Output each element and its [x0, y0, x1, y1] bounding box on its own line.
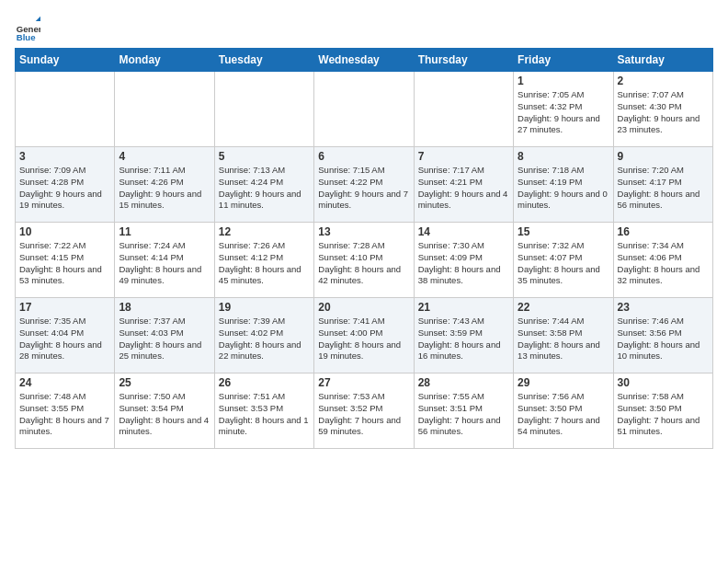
day-info: Sunrise: 7:55 AM Sunset: 3:51 PM Dayligh… — [418, 391, 509, 438]
day-info: Sunrise: 7:56 AM Sunset: 3:50 PM Dayligh… — [518, 391, 609, 438]
day-info: Sunrise: 7:07 AM Sunset: 4:30 PM Dayligh… — [618, 89, 709, 136]
day-number: 20 — [318, 301, 409, 314]
calendar-cell: 26Sunrise: 7:51 AM Sunset: 3:53 PM Dayli… — [214, 373, 313, 449]
day-number: 1 — [518, 75, 609, 87]
day-info: Sunrise: 7:48 AM Sunset: 3:55 PM Dayligh… — [19, 391, 110, 438]
logo: General Blue — [15, 15, 44, 40]
day-info: Sunrise: 7:30 AM Sunset: 4:09 PM Dayligh… — [418, 240, 509, 287]
calendar-cell — [414, 72, 513, 147]
day-number: 21 — [418, 301, 509, 314]
weekday-header: Friday — [514, 49, 613, 72]
day-info: Sunrise: 7:44 AM Sunset: 3:58 PM Dayligh… — [518, 316, 609, 362]
calendar-cell: 12Sunrise: 7:26 AM Sunset: 4:12 PM Dayli… — [214, 223, 313, 298]
calendar-cell — [16, 72, 115, 147]
calendar-cell: 19Sunrise: 7:39 AM Sunset: 4:02 PM Dayli… — [214, 298, 313, 373]
day-number: 15 — [518, 225, 609, 238]
day-info: Sunrise: 7:22 AM Sunset: 4:15 PM Dayligh… — [19, 240, 110, 287]
calendar-cell: 21Sunrise: 7:43 AM Sunset: 3:59 PM Dayli… — [414, 298, 513, 373]
day-info: Sunrise: 7:26 AM Sunset: 4:12 PM Dayligh… — [219, 240, 310, 287]
day-number: 16 — [618, 225, 709, 238]
calendar-cell — [214, 72, 313, 147]
calendar-cell: 8Sunrise: 7:18 AM Sunset: 4:19 PM Daylig… — [514, 147, 613, 223]
day-info: Sunrise: 7:51 AM Sunset: 3:53 PM Dayligh… — [219, 391, 310, 438]
svg-text:Blue: Blue — [17, 32, 36, 40]
calendar-cell: 4Sunrise: 7:11 AM Sunset: 4:26 PM Daylig… — [115, 147, 214, 223]
calendar-cell: 18Sunrise: 7:37 AM Sunset: 4:03 PM Dayli… — [115, 298, 214, 373]
day-number: 28 — [418, 376, 509, 389]
day-number: 18 — [119, 301, 210, 314]
weekday-header: Sunday — [16, 49, 115, 72]
calendar-cell — [115, 72, 214, 147]
day-info: Sunrise: 7:34 AM Sunset: 4:06 PM Dayligh… — [618, 240, 709, 287]
day-number: 23 — [618, 301, 709, 314]
calendar-cell: 3Sunrise: 7:09 AM Sunset: 4:28 PM Daylig… — [16, 147, 115, 223]
day-info: Sunrise: 7:41 AM Sunset: 4:00 PM Dayligh… — [318, 316, 409, 362]
day-number: 5 — [219, 150, 310, 163]
calendar-cell: 17Sunrise: 7:35 AM Sunset: 4:04 PM Dayli… — [16, 298, 115, 373]
day-number: 30 — [618, 376, 709, 389]
day-number: 19 — [219, 301, 310, 314]
calendar-cell: 7Sunrise: 7:17 AM Sunset: 4:21 PM Daylig… — [414, 147, 513, 223]
day-info: Sunrise: 7:58 AM Sunset: 3:50 PM Dayligh… — [618, 391, 709, 438]
weekday-header: Thursday — [414, 49, 513, 72]
day-number: 10 — [19, 225, 110, 238]
day-number: 11 — [119, 225, 210, 238]
calendar-cell: 1Sunrise: 7:05 AM Sunset: 4:32 PM Daylig… — [514, 72, 613, 147]
calendar-cell: 23Sunrise: 7:46 AM Sunset: 3:56 PM Dayli… — [613, 298, 712, 373]
day-info: Sunrise: 7:24 AM Sunset: 4:14 PM Dayligh… — [119, 240, 210, 287]
calendar-cell: 25Sunrise: 7:50 AM Sunset: 3:54 PM Dayli… — [115, 373, 214, 449]
day-number: 27 — [318, 376, 409, 389]
weekday-header: Tuesday — [214, 49, 313, 72]
day-number: 3 — [19, 150, 110, 163]
day-number: 4 — [119, 150, 210, 163]
calendar-cell: 30Sunrise: 7:58 AM Sunset: 3:50 PM Dayli… — [613, 373, 712, 449]
day-info: Sunrise: 7:35 AM Sunset: 4:04 PM Dayligh… — [19, 316, 110, 362]
svg-marker-2 — [36, 17, 40, 21]
calendar-cell: 6Sunrise: 7:15 AM Sunset: 4:22 PM Daylig… — [314, 147, 414, 223]
day-number: 9 — [618, 150, 709, 163]
day-number: 17 — [19, 301, 110, 314]
calendar-cell: 13Sunrise: 7:28 AM Sunset: 4:10 PM Dayli… — [314, 223, 414, 298]
weekday-header: Wednesday — [314, 49, 414, 72]
day-number: 14 — [418, 225, 509, 238]
calendar-cell: 20Sunrise: 7:41 AM Sunset: 4:00 PM Dayli… — [314, 298, 414, 373]
day-number: 29 — [518, 376, 609, 389]
calendar-cell: 9Sunrise: 7:20 AM Sunset: 4:17 PM Daylig… — [613, 147, 712, 223]
calendar-week-row: 10Sunrise: 7:22 AM Sunset: 4:15 PM Dayli… — [16, 223, 713, 298]
weekday-header: Monday — [115, 49, 214, 72]
day-info: Sunrise: 7:50 AM Sunset: 3:54 PM Dayligh… — [119, 391, 210, 438]
weekday-header-row: SundayMondayTuesdayWednesdayThursdayFrid… — [16, 49, 713, 72]
calendar-cell: 11Sunrise: 7:24 AM Sunset: 4:14 PM Dayli… — [115, 223, 214, 298]
logo-icon: General Blue — [15, 15, 40, 40]
day-info: Sunrise: 7:28 AM Sunset: 4:10 PM Dayligh… — [318, 240, 409, 287]
calendar-cell: 27Sunrise: 7:53 AM Sunset: 3:52 PM Dayli… — [314, 373, 414, 449]
calendar-cell: 15Sunrise: 7:32 AM Sunset: 4:07 PM Dayli… — [514, 223, 613, 298]
calendar-cell: 2Sunrise: 7:07 AM Sunset: 4:30 PM Daylig… — [613, 72, 712, 147]
calendar-cell — [314, 72, 414, 147]
day-info: Sunrise: 7:37 AM Sunset: 4:03 PM Dayligh… — [119, 316, 210, 362]
calendar-cell: 22Sunrise: 7:44 AM Sunset: 3:58 PM Dayli… — [514, 298, 613, 373]
calendar-cell: 28Sunrise: 7:55 AM Sunset: 3:51 PM Dayli… — [414, 373, 513, 449]
day-info: Sunrise: 7:18 AM Sunset: 4:19 PM Dayligh… — [518, 165, 609, 212]
calendar-week-row: 3Sunrise: 7:09 AM Sunset: 4:28 PM Daylig… — [16, 147, 713, 223]
day-number: 12 — [219, 225, 310, 238]
day-info: Sunrise: 7:32 AM Sunset: 4:07 PM Dayligh… — [518, 240, 609, 287]
day-info: Sunrise: 7:20 AM Sunset: 4:17 PM Dayligh… — [618, 165, 709, 212]
day-number: 25 — [119, 376, 210, 389]
calendar-cell: 29Sunrise: 7:56 AM Sunset: 3:50 PM Dayli… — [514, 373, 613, 449]
calendar-table: SundayMondayTuesdayWednesdayThursdayFrid… — [15, 48, 713, 449]
day-info: Sunrise: 7:05 AM Sunset: 4:32 PM Dayligh… — [518, 89, 609, 136]
page-header: General Blue — [15, 15, 713, 40]
day-info: Sunrise: 7:09 AM Sunset: 4:28 PM Dayligh… — [19, 165, 110, 212]
calendar-cell: 16Sunrise: 7:34 AM Sunset: 4:06 PM Dayli… — [613, 223, 712, 298]
day-info: Sunrise: 7:15 AM Sunset: 4:22 PM Dayligh… — [318, 165, 409, 212]
day-info: Sunrise: 7:13 AM Sunset: 4:24 PM Dayligh… — [219, 165, 310, 212]
calendar-week-row: 24Sunrise: 7:48 AM Sunset: 3:55 PM Dayli… — [16, 373, 713, 449]
day-number: 22 — [518, 301, 609, 314]
day-info: Sunrise: 7:17 AM Sunset: 4:21 PM Dayligh… — [418, 165, 509, 212]
day-info: Sunrise: 7:46 AM Sunset: 3:56 PM Dayligh… — [618, 316, 709, 362]
day-info: Sunrise: 7:53 AM Sunset: 3:52 PM Dayligh… — [318, 391, 409, 438]
calendar-cell: 10Sunrise: 7:22 AM Sunset: 4:15 PM Dayli… — [16, 223, 115, 298]
day-info: Sunrise: 7:43 AM Sunset: 3:59 PM Dayligh… — [418, 316, 509, 362]
day-number: 6 — [318, 150, 409, 163]
